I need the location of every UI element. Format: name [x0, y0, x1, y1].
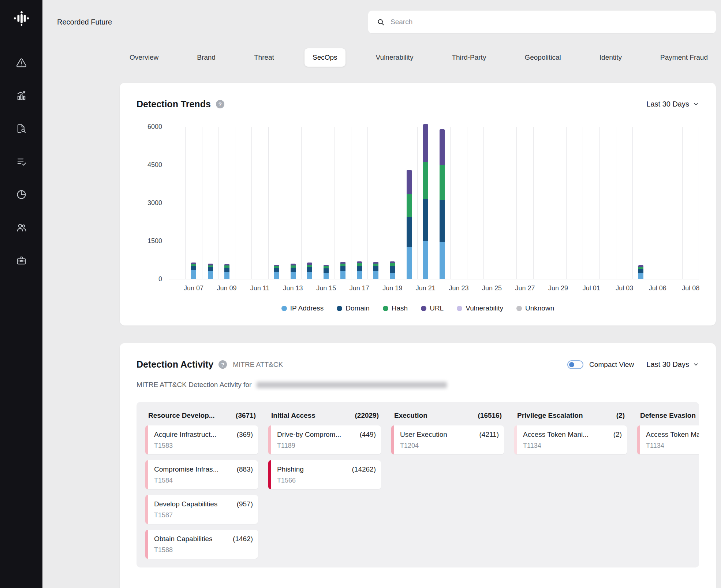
x-tick-label: Jun 23 — [449, 284, 468, 292]
sidebar-item-research[interactable] — [12, 119, 30, 138]
technique-name: Access Token Mani... — [523, 431, 589, 439]
chevron-down-icon — [693, 361, 699, 368]
technique-count: (449) — [360, 431, 376, 439]
bar-segment — [307, 265, 312, 267]
technique-card[interactable]: Drive-by Comprom...(449)T1189 — [268, 425, 381, 454]
bar-segment — [324, 273, 329, 279]
chart-day-slot — [550, 127, 567, 279]
tab-geopolitical[interactable]: Geopolitical — [516, 48, 569, 67]
stacked-bar[interactable] — [191, 263, 196, 279]
tab-overview[interactable]: Overview — [122, 48, 167, 67]
legend-item[interactable]: IP Address — [281, 304, 324, 312]
search-input[interactable] — [391, 18, 707, 26]
sidebar-item-tasks[interactable] — [12, 152, 30, 171]
chart-day-slot — [517, 127, 533, 279]
y-tick-label: 0 — [158, 275, 162, 283]
x-tick-label: Jun 17 — [350, 284, 369, 292]
bar-segment — [390, 266, 395, 273]
chart-day-slot — [666, 127, 683, 279]
chart-day-slot — [302, 127, 318, 279]
tab-threat[interactable]: Threat — [246, 48, 282, 67]
detection-trends-card: Detection Trends ? Last 30 Days 01500300… — [120, 83, 716, 325]
stacked-bar[interactable] — [390, 261, 395, 279]
sidebar-item-identity[interactable] — [12, 218, 30, 237]
technique-row: Acquire Infrastruct...(369) — [154, 431, 253, 439]
technique-id: T1588 — [154, 546, 253, 554]
tab-brand[interactable]: Brand — [189, 48, 224, 67]
kanban-column: Defense EvasionAccess Token Mani...T1134 — [637, 410, 699, 454]
detection-activity-card: Detection Activity ? MITRE ATT&CK Compac… — [120, 343, 716, 588]
toggle-knob — [569, 362, 574, 367]
stacked-bar[interactable] — [373, 262, 378, 279]
activity-period-dropdown[interactable]: Last 30 Days — [646, 360, 699, 369]
compact-view-toggle[interactable] — [567, 360, 583, 369]
y-tick-label: 1500 — [147, 237, 162, 245]
severity-stripe — [145, 425, 148, 454]
stacked-bar[interactable] — [638, 265, 643, 279]
y-tick-label: 4500 — [147, 161, 162, 169]
technique-id: T1204 — [400, 442, 499, 450]
technique-card[interactable]: Phishing(14262)T1566 — [268, 460, 381, 489]
technique-id: T1584 — [154, 477, 253, 484]
technique-id: T1587 — [154, 511, 253, 519]
legend-dot-icon — [516, 306, 522, 311]
trends-period-dropdown[interactable]: Last 30 Days — [646, 100, 699, 108]
technique-card[interactable]: Develop Capabilities(957)T1587 — [145, 495, 258, 524]
help-icon[interactable]: ? — [218, 360, 227, 369]
sidebar-item-business[interactable] — [12, 251, 30, 269]
stacked-bar[interactable] — [291, 264, 296, 279]
legend-item[interactable]: Hash — [383, 304, 408, 312]
tab-vulnerability[interactable]: Vulnerability — [368, 48, 422, 67]
alert-triangle-icon — [16, 57, 27, 68]
search-bar[interactable] — [368, 11, 716, 33]
detection-trends-chart: 01500300045006000 Jun 07Jun 09Jun 11Jun … — [137, 127, 699, 312]
sidebar-item-analytics[interactable] — [12, 86, 30, 105]
technique-name: Acquire Infrastruct... — [154, 431, 216, 439]
severity-stripe — [391, 425, 394, 454]
legend-item[interactable]: Vulnerability — [457, 304, 503, 312]
technique-row: Phishing(14262) — [277, 465, 376, 473]
technique-count: (957) — [237, 500, 253, 508]
chart-day-slot — [451, 127, 467, 279]
activity-subtitle-text: MITRE ATT&CK Detection Activity for — [137, 381, 251, 389]
technique-card[interactable]: Access Token Mani...(2)T1134 — [514, 425, 627, 454]
technique-card[interactable]: User Execution(4211)T1204 — [391, 425, 504, 454]
kanban-column-name: Execution — [394, 412, 427, 420]
stacked-bar[interactable] — [274, 265, 279, 279]
stacked-bar[interactable] — [340, 262, 345, 279]
legend-item[interactable]: Unknown — [516, 304, 554, 312]
stacked-bar[interactable] — [307, 263, 312, 279]
chart-day-slot — [401, 127, 418, 279]
stacked-bar[interactable] — [224, 264, 229, 279]
tab-secops[interactable]: SecOps — [305, 48, 345, 67]
technique-name: Drive-by Comprom... — [277, 431, 341, 439]
technique-row: Drive-by Comprom...(449) — [277, 431, 376, 439]
technique-card[interactable]: Access Token Mani...T1134 — [637, 425, 699, 454]
tab-third-party[interactable]: Third-Party — [444, 48, 494, 67]
stacked-bar[interactable] — [407, 170, 412, 279]
legend-item[interactable]: Domain — [337, 304, 369, 312]
y-tick-label: 3000 — [147, 199, 162, 207]
recorded-future-logo[interactable] — [12, 10, 30, 27]
x-tick-label: Jun 21 — [416, 284, 436, 292]
help-icon[interactable]: ? — [216, 100, 224, 108]
legend-item[interactable]: URL — [421, 304, 444, 312]
severity-stripe — [145, 530, 148, 559]
technique-card[interactable]: Compromise Infras...(883)T1584 — [145, 460, 258, 489]
sidebar-item-alerts[interactable] — [12, 53, 30, 72]
trends-period-label: Last 30 Days — [646, 100, 689, 108]
technique-card[interactable]: Obtain Capabilities(1462)T1588 — [145, 530, 258, 559]
stacked-bar[interactable] — [440, 129, 445, 279]
tab-identity[interactable]: Identity — [591, 48, 630, 67]
technique-card[interactable]: Acquire Infrastruct...(369)T1583 — [145, 425, 258, 454]
x-tick-label: Jul 08 — [682, 284, 699, 292]
stacked-bar[interactable] — [324, 265, 329, 279]
stacked-bar[interactable] — [357, 261, 362, 279]
x-tick-label: Jun 07 — [184, 284, 203, 292]
stacked-bar[interactable] — [208, 264, 213, 279]
stacked-bar[interactable] — [423, 124, 428, 279]
tab-payment-fraud[interactable]: Payment Fraud — [652, 48, 716, 67]
sidebar-item-reports[interactable] — [12, 185, 30, 204]
tab-bar: OverviewBrandThreatSecOpsVulnerabilityTh… — [122, 48, 716, 67]
bar-segment — [274, 268, 279, 272]
